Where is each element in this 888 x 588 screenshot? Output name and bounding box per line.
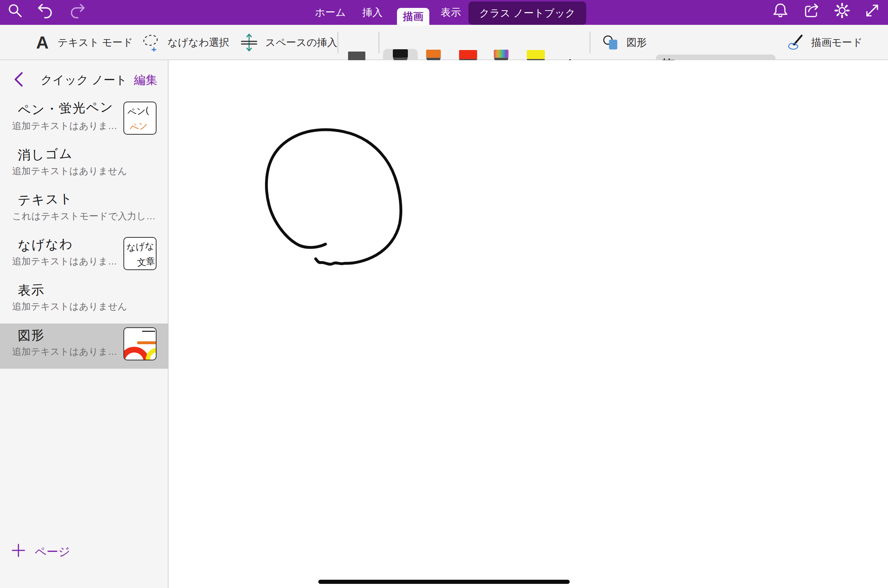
page-row-shapes[interactable]: 図形 追加テキストはありま…: [0, 324, 169, 369]
page-thumbnail: なげな 文章: [123, 237, 157, 270]
draw-toolbar: A テキスト モード なげなわ選択: [0, 25, 888, 60]
page-row-text[interactable]: テキスト これはテキストモードで入力し…: [0, 188, 169, 233]
sidebar-header: クイック ノート 編集: [0, 60, 168, 98]
active-tab-bridge: [397, 24, 429, 26]
onenote-app: ホーム 挿入 描画 表示 クラス ノートブック: [0, 0, 888, 588]
draw-mode-button[interactable]: 描画モード: [811, 25, 862, 60]
home-indicator[interactable]: [318, 580, 570, 584]
lasso-select-button[interactable]: なげなわ選択: [167, 25, 230, 60]
page-title: 図形: [17, 327, 45, 345]
page-subtitle: 追加テキストはありま…: [12, 345, 117, 358]
page-title: ペン・蛍光ペン: [17, 98, 114, 119]
page-list-sidebar: クイック ノート 編集 ペン・蛍光ペン 追加テキストはありま… ペン( ペン 消…: [0, 60, 169, 588]
page-subtitle: 追加テキストはありません: [12, 300, 127, 313]
toolbar-divider: [590, 32, 590, 53]
top-app-bar: ホーム 挿入 描画 表示 クラス ノートブック: [0, 0, 888, 25]
gear-icon[interactable]: [834, 2, 850, 19]
plus-icon: [11, 543, 26, 558]
page-subtitle: これはテキストモードで入力し…: [12, 210, 155, 222]
page-thumbnail: ペン( ペン: [123, 102, 157, 135]
toolbar-divider: [338, 32, 338, 53]
draw-mode-icon: [786, 33, 804, 52]
text-mode-button[interactable]: テキスト モード: [58, 25, 133, 60]
toolbar-divider: [379, 32, 379, 53]
tab-home[interactable]: ホーム: [313, 0, 347, 25]
share-icon[interactable]: [803, 2, 820, 19]
tab-view[interactable]: 表示: [438, 0, 464, 25]
page-row-view[interactable]: 表示 追加テキストはありません: [0, 278, 169, 324]
fullscreen-icon[interactable]: [864, 2, 880, 19]
page-row-eraser[interactable]: 消しゴム 追加テキストはありません: [0, 143, 169, 188]
tab-class-notebook[interactable]: クラス ノートブック: [468, 2, 586, 25]
add-page-button[interactable]: ページ: [0, 539, 169, 562]
shapes-button[interactable]: 図形: [626, 25, 647, 60]
drawing-canvas[interactable]: [169, 60, 888, 588]
page-title: 消しゴム: [17, 145, 73, 164]
insert-space-icon: [240, 33, 258, 52]
page-subtitle: 追加テキストはありま…: [12, 120, 117, 132]
insert-space-button[interactable]: スペースの挿入: [265, 25, 338, 60]
tab-insert[interactable]: 挿入: [359, 0, 386, 25]
page-subtitle: 追加テキストはありま…: [12, 255, 117, 267]
text-mode-icon: A: [36, 25, 49, 60]
add-page-label: ページ: [35, 544, 70, 560]
back-chevron-icon[interactable]: [13, 71, 24, 87]
shapes-icon: [602, 33, 620, 52]
page-title: 表示: [17, 281, 45, 299]
search-icon[interactable]: [7, 2, 23, 19]
page-title: なげなわ: [17, 235, 73, 254]
lasso-icon: [142, 33, 160, 52]
notebook-title: クイック ノート: [41, 72, 127, 88]
bell-icon[interactable]: [772, 2, 789, 19]
page-row-pen-highlighter[interactable]: ペン・蛍光ペン 追加テキストはありま… ペン( ペン: [0, 98, 169, 143]
redo-icon: [69, 2, 85, 19]
page-title: テキスト: [17, 190, 73, 209]
page-row-lasso[interactable]: なげなわ 追加テキストはありま… なげな 文章: [0, 233, 169, 278]
undo-icon[interactable]: [37, 2, 54, 19]
edit-button[interactable]: 編集: [134, 72, 157, 88]
page-thumbnail: [123, 327, 157, 360]
tab-draw[interactable]: 描画: [397, 8, 429, 25]
page-subtitle: 追加テキストはありません: [12, 165, 127, 177]
